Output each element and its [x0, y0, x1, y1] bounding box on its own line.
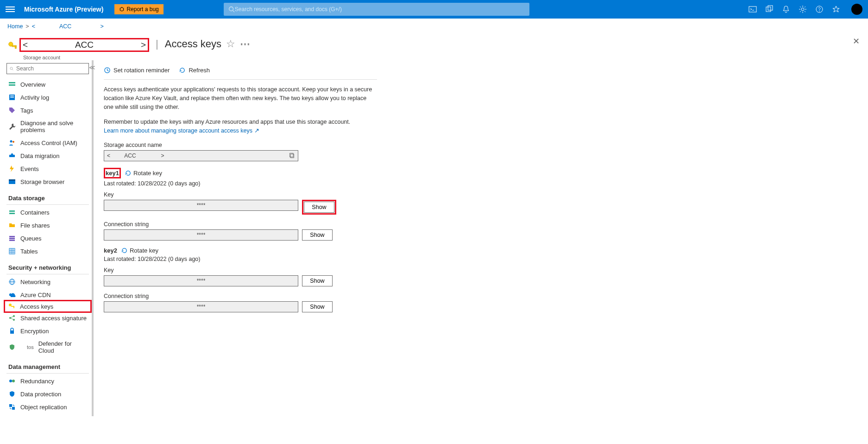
top-bar: Microsoft Azure (Preview) Report a bug — [0, 0, 868, 19]
nav-redundancy[interactable]: Redundancy — [6, 374, 89, 387]
redundancy-icon — [8, 377, 16, 385]
log-icon — [8, 94, 16, 101]
nav-data-protection[interactable]: Data protection — [6, 387, 89, 400]
hidden-value: **** — [197, 202, 206, 209]
sidebar-search-input[interactable] — [16, 65, 86, 72]
svg-rect-32 — [9, 236, 15, 237]
svg-line-7 — [233, 11, 234, 13]
show-key2-button[interactable]: Show — [302, 275, 333, 286]
show-key1-conn-button[interactable]: Show — [302, 229, 333, 241]
help-icon[interactable] — [815, 5, 824, 13]
refresh-button[interactable]: Refresh — [179, 67, 210, 74]
svg-rect-29 — [9, 179, 15, 181]
svg-line-49 — [11, 317, 13, 317]
nav-data-migration[interactable]: Data migration — [6, 149, 89, 162]
cloud-shell-icon[interactable] — [748, 5, 757, 13]
key1-key-field[interactable]: **** — [104, 200, 298, 211]
key2-conn-field[interactable]: **** — [104, 301, 298, 312]
key1-name-highlight: key1 — [104, 168, 121, 178]
nav-storage-browser[interactable]: Storage browser — [6, 175, 89, 188]
replication-icon — [8, 403, 16, 411]
learn-more-link[interactable]: Learn more about managing storage accoun… — [104, 127, 259, 134]
breadcrumb-angle2[interactable]: > — [100, 23, 103, 30]
migration-icon — [8, 152, 16, 159]
nav-diagnose[interactable]: Diagnose and solve problems — [6, 117, 89, 136]
nav-azure-cdn[interactable]: Azure CDN — [6, 288, 89, 301]
key2-header: key2 Rotate key — [104, 247, 511, 254]
global-search[interactable] — [224, 3, 529, 16]
account-name-field[interactable]: < ACC > — [104, 150, 298, 161]
nav-tags[interactable]: Tags — [6, 104, 89, 117]
nav-sas[interactable]: Shared access signature — [6, 311, 89, 324]
nav-iam[interactable]: Access Control (IAM) — [6, 136, 89, 149]
nav-defender[interactable]: tosDefender for Cloud — [6, 337, 89, 357]
nav-file-shares[interactable]: File shares — [6, 219, 89, 232]
feedback-icon[interactable] — [832, 5, 840, 13]
search-icon — [228, 6, 235, 13]
svg-point-47 — [13, 315, 15, 317]
copy-icon[interactable] — [289, 152, 295, 159]
clock-icon — [104, 67, 111, 74]
favorite-star-icon[interactable]: ☆ — [226, 38, 235, 50]
acc-val-mid: ACC — [116, 152, 144, 159]
acc-val-left: < — [107, 152, 116, 159]
nav-activity-log[interactable]: Activity log — [6, 91, 89, 104]
svg-rect-20 — [9, 82, 15, 83]
hamburger-icon[interactable] — [6, 5, 15, 14]
svg-point-53 — [12, 380, 15, 382]
key2-key-field[interactable]: **** — [104, 275, 298, 286]
nav-label: Activity log — [20, 94, 49, 101]
nav-tables[interactable]: Tables — [6, 245, 89, 258]
global-search-input[interactable] — [235, 6, 525, 13]
hidden-value: **** — [197, 232, 206, 238]
nav-networking[interactable]: Networking — [6, 275, 89, 288]
show-key1-button[interactable]: Show — [304, 202, 334, 213]
breadcrumb-acc[interactable]: ACC — [59, 23, 71, 30]
report-bug-button[interactable]: Report a bug — [114, 4, 163, 14]
nav-access-keys[interactable]: Access keys — [4, 300, 92, 313]
set-rotation-reminder-button[interactable]: Set rotation reminder — [104, 67, 170, 74]
show-key2-conn-button[interactable]: Show — [302, 301, 333, 312]
description-1: Access keys authenticate your applicatio… — [104, 85, 377, 111]
resource-type-label: Storage account — [23, 55, 868, 60]
svg-rect-17 — [15, 47, 17, 49]
nav-overview[interactable]: Overview — [6, 78, 89, 91]
nav-containers[interactable]: Containers — [6, 206, 89, 219]
notifications-icon[interactable] — [782, 5, 790, 13]
nav-label: Events — [20, 165, 39, 172]
breadcrumb-home[interactable]: Home — [7, 23, 23, 30]
nav-events[interactable]: Events — [6, 162, 89, 175]
rotate-key2-button[interactable]: Rotate key — [121, 247, 158, 254]
directories-icon[interactable] — [765, 5, 774, 13]
key1-conn-field[interactable]: **** — [104, 229, 298, 241]
overview-icon — [8, 81, 16, 88]
nav-queues[interactable]: Queues — [6, 232, 89, 245]
more-actions-icon[interactable]: ⋯ — [240, 38, 251, 50]
nav-label: Data protection — [20, 391, 61, 398]
key1-key-label: Key — [104, 191, 511, 198]
nav-object-replication[interactable]: Object replication — [6, 400, 89, 413]
browser-icon — [8, 178, 16, 185]
rotate-key1-button[interactable]: Rotate key — [125, 170, 162, 177]
breadcrumb-angle[interactable]: < — [32, 23, 35, 30]
nav-encryption[interactable]: Encryption — [6, 324, 89, 337]
settings-icon[interactable] — [799, 5, 807, 13]
people-icon — [8, 139, 16, 146]
nav-label: Storage browser — [20, 178, 64, 185]
svg-rect-31 — [9, 213, 15, 214]
close-blade-icon[interactable]: ✕ — [853, 36, 860, 46]
brand-label: Microsoft Azure (Preview) — [24, 6, 103, 13]
nav-label: Overview — [20, 81, 45, 88]
user-avatar[interactable] — [851, 4, 862, 15]
sidebar-search[interactable] — [6, 63, 89, 74]
svg-point-14 — [819, 11, 820, 12]
svg-rect-10 — [766, 7, 771, 12]
svg-rect-44 — [11, 306, 14, 307]
report-bug-label: Report a bug — [126, 6, 158, 13]
svg-point-26 — [13, 141, 14, 143]
nav-label: Access Control (IAM) — [20, 140, 77, 146]
collapse-sidebar-icon[interactable]: ≪ — [89, 64, 95, 71]
page-title-row: | Access keys ☆ ⋯ — [154, 38, 251, 50]
breadcrumb-sep: > — [25, 23, 29, 30]
svg-rect-8 — [749, 6, 756, 12]
